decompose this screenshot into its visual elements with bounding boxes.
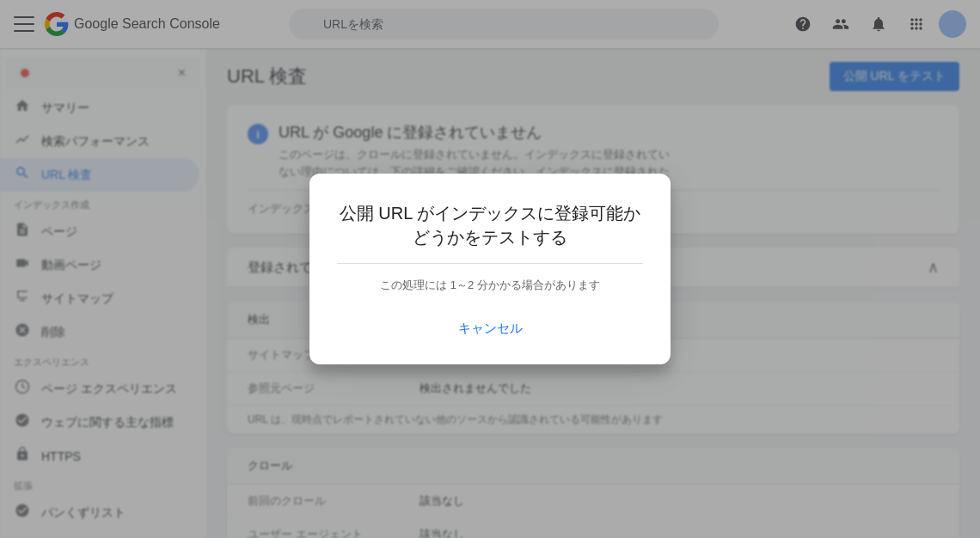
dialog-desc: この処理には 1～2 分かかる場合があります [337,278,643,293]
dialog-actions: キャンセル [337,314,643,344]
dialog: 公開 URL がインデックスに登録可能かどうかをテストする この処理には 1～2… [309,174,671,364]
dialog-divider [337,263,643,264]
dialog-title: 公開 URL がインデックスに登録可能かどうかをテストする [337,201,643,249]
cancel-button[interactable]: キャンセル [438,314,543,344]
modal-overlay: 公開 URL がインデックスに登録可能かどうかをテストする この処理には 1～2… [0,0,980,538]
